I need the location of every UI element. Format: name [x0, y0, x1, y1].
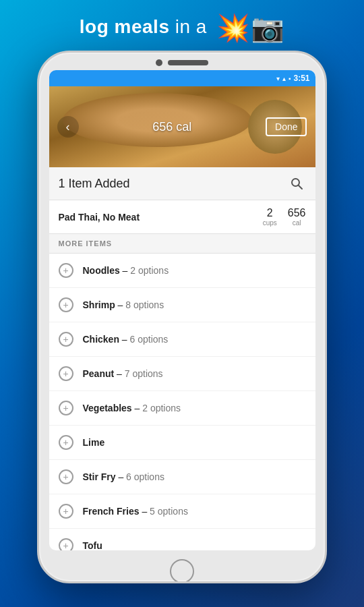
top-banner: log meals in a 💥📷	[0, 0, 364, 51]
plus-symbol: +	[63, 472, 68, 482]
option-name: Vegetables	[83, 403, 132, 413]
quantity-value: 2	[263, 207, 277, 219]
option-count: 6 options	[126, 471, 164, 482]
option-count: 5 options	[150, 506, 188, 517]
calories-value: 656	[288, 207, 306, 219]
add-icon: +	[59, 401, 73, 415]
battery-icon: ▪	[289, 75, 291, 82]
item-metrics: 2 cups 656 cal	[263, 207, 306, 227]
option-row[interactable]: +Vegetables – 2 options	[49, 391, 315, 426]
option-text-block: Tofu	[83, 540, 102, 550]
plus-symbol: +	[63, 300, 68, 310]
done-button[interactable]: Done	[266, 117, 307, 136]
plus-symbol: +	[63, 335, 68, 344]
option-name: Noodles	[83, 265, 120, 276]
more-items-header: MORE ITEMS	[49, 234, 315, 254]
calories-block: 656 cal	[288, 207, 306, 227]
plus-symbol: +	[63, 369, 68, 378]
quantity-block: 2 cups	[263, 207, 277, 227]
option-row[interactable]: +French Fries – 5 options	[49, 494, 315, 529]
item-added-bar: 1 Item Added	[49, 167, 315, 200]
option-row[interactable]: +Shrimp – 8 options	[49, 288, 315, 322]
food-item-name: Pad Thai, No Meat	[59, 212, 140, 223]
add-icon: +	[59, 469, 73, 484]
wifi-icon: ▾	[276, 75, 280, 82]
option-row[interactable]: +Lime	[49, 426, 315, 460]
option-text-block: Stir Fry – 6 options	[83, 471, 164, 482]
option-text-block: Peanut – 7 options	[83, 368, 163, 379]
add-icon: +	[59, 263, 73, 278]
option-text-block: Lime	[83, 437, 105, 448]
calorie-display: 656 cal	[152, 120, 191, 134]
option-row[interactable]: +Noodles – 2 options	[49, 254, 315, 288]
plus-symbol: +	[63, 438, 68, 447]
option-name: Peanut	[83, 368, 115, 379]
option-count: 7 options	[125, 368, 163, 379]
banner-text-bold: log meals	[80, 16, 170, 37]
options-list[interactable]: +Noodles – 2 options+Shrimp – 8 options+…	[49, 254, 315, 550]
add-icon: +	[59, 332, 73, 347]
option-row[interactable]: +Peanut – 7 options	[49, 357, 315, 391]
option-text-block: Chicken – 6 options	[83, 334, 169, 345]
add-icon: +	[59, 538, 73, 550]
food-item-row[interactable]: Pad Thai, No Meat 2 cups 656 cal	[49, 200, 315, 234]
option-text-block: Shrimp – 8 options	[83, 299, 164, 310]
home-button[interactable]	[170, 559, 194, 583]
banner-text-normal: in a	[169, 16, 212, 37]
option-name: Lime	[83, 437, 105, 448]
option-name: Tofu	[83, 540, 102, 550]
option-count: 2 options	[130, 265, 169, 276]
option-name: Shrimp	[83, 299, 115, 310]
option-name: Stir Fry	[83, 471, 116, 482]
phone-bottom	[39, 561, 325, 581]
option-row[interactable]: +Tofu	[49, 529, 315, 550]
back-button[interactable]: ‹	[57, 116, 79, 138]
plus-symbol: +	[63, 541, 68, 550]
option-name: French Fries	[83, 506, 140, 517]
camera-icon: 💥📷	[216, 13, 284, 42]
phone-top-notch	[39, 53, 325, 70]
front-camera	[156, 59, 162, 66]
option-row[interactable]: +Stir Fry – 6 options	[49, 460, 315, 494]
option-count: 8 options	[125, 299, 164, 310]
phone-shell: ▾ ▴ ▪ 3:51 ‹ 656 cal Done 1 Item Added	[37, 51, 327, 583]
plus-symbol: +	[63, 266, 68, 275]
speaker	[168, 60, 208, 65]
option-row[interactable]: +Chicken – 6 options	[49, 322, 315, 357]
add-icon: +	[59, 366, 73, 381]
calories-label: cal	[288, 219, 306, 227]
add-icon: +	[59, 504, 73, 519]
option-text-block: Vegetables – 2 options	[83, 403, 181, 413]
svg-line-1	[299, 185, 302, 189]
plus-symbol: +	[63, 507, 68, 516]
search-button[interactable]	[287, 174, 306, 193]
add-icon: +	[59, 435, 73, 450]
quantity-unit: cups	[263, 219, 277, 227]
option-count: 6 options	[130, 334, 169, 345]
option-text-block: French Fries – 5 options	[83, 506, 188, 517]
item-added-title: 1 Item Added	[59, 177, 130, 191]
phone-screen: ▾ ▴ ▪ 3:51 ‹ 656 cal Done 1 Item Added	[49, 70, 315, 550]
app-bar: ‹ 656 cal Done	[49, 86, 315, 167]
app-bar-overlay: ‹ 656 cal Done	[49, 86, 315, 167]
option-count: 2 options	[142, 403, 181, 413]
add-icon: +	[59, 297, 73, 312]
option-text-block: Noodles – 2 options	[83, 265, 169, 276]
plus-symbol: +	[63, 403, 68, 413]
status-time: 3:51	[293, 74, 309, 83]
option-name: Chicken	[83, 334, 119, 345]
status-icons: ▾ ▴ ▪ 3:51	[276, 74, 310, 83]
signal-icon: ▴	[282, 75, 286, 82]
status-bar: ▾ ▴ ▪ 3:51	[49, 70, 315, 86]
